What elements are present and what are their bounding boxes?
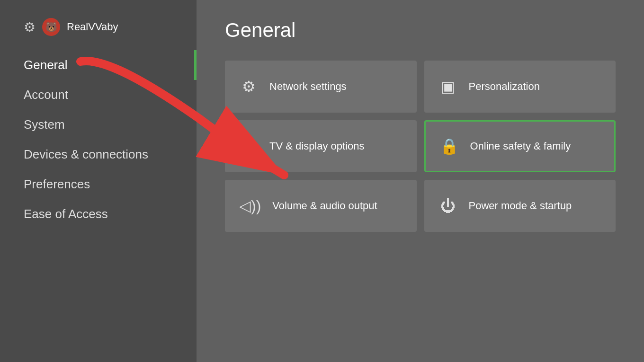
- username: RealVVaby: [67, 21, 118, 33]
- volume-icon: ◁)): [239, 197, 261, 215]
- network-icon: ⚙: [239, 78, 258, 96]
- sidebar-item-system[interactable]: System: [0, 110, 197, 140]
- sidebar-nav: GeneralAccountSystemDevices & connection…: [0, 50, 197, 229]
- personalization-icon: ▣: [438, 78, 457, 96]
- page-title: General: [225, 19, 616, 42]
- tiles-grid: ⚙Network settings▣Personalization⚙TV & d…: [225, 61, 616, 232]
- tile-online-safety[interactable]: 🔒Online safety & family: [424, 120, 616, 172]
- online-safety-label: Online safety & family: [470, 140, 571, 152]
- avatar: 🐻: [42, 18, 60, 36]
- sidebar: ⚙ 🐻 RealVVaby GeneralAccountSystemDevice…: [0, 0, 197, 362]
- online-safety-icon: 🔒: [440, 137, 459, 155]
- volume-label: Volume & audio output: [272, 200, 377, 212]
- gear-icon: ⚙: [24, 19, 36, 35]
- sidebar-item-ease[interactable]: Ease of Access: [0, 199, 197, 229]
- main-content: General ⚙Network settings▣Personalizatio…: [197, 0, 644, 362]
- tile-power[interactable]: ⏻Power mode & startup: [424, 180, 616, 232]
- sidebar-item-account[interactable]: Account: [0, 80, 197, 110]
- power-label: Power mode & startup: [469, 200, 572, 212]
- sidebar-item-preferences[interactable]: Preferences: [0, 169, 197, 199]
- tv-display-label: TV & display options: [269, 140, 365, 152]
- tv-display-icon: ⚙: [239, 137, 258, 155]
- personalization-label: Personalization: [469, 80, 540, 93]
- sidebar-item-devices[interactable]: Devices & connections: [0, 140, 197, 169]
- tile-tv-display[interactable]: ⚙TV & display options: [225, 120, 417, 172]
- sidebar-header: ⚙ 🐻 RealVVaby: [0, 9, 197, 50]
- tile-network[interactable]: ⚙Network settings: [225, 61, 417, 113]
- power-icon: ⏻: [438, 197, 457, 215]
- tile-volume[interactable]: ◁))Volume & audio output: [225, 180, 417, 232]
- tile-personalization[interactable]: ▣Personalization: [424, 61, 616, 113]
- network-label: Network settings: [269, 80, 347, 93]
- sidebar-item-general[interactable]: General: [0, 50, 197, 80]
